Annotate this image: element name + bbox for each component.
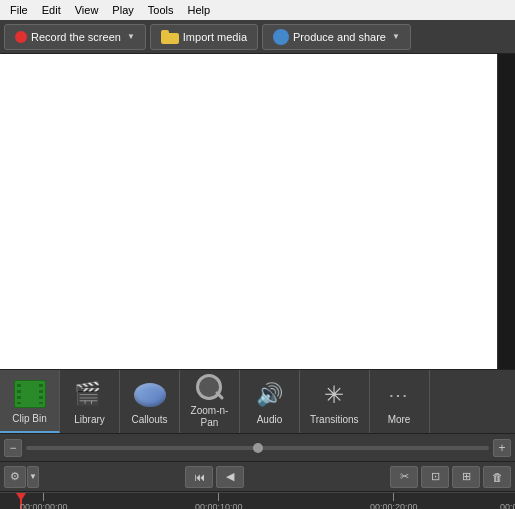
toolbar: Record the screen ▼ Import media Produce…	[0, 20, 515, 54]
more-tab-icon	[383, 379, 415, 411]
produce-button[interactable]: Produce and share ▼	[262, 24, 411, 50]
menu-view[interactable]: View	[69, 2, 105, 18]
canvas-area[interactable]	[0, 54, 497, 369]
more-icon	[384, 380, 414, 410]
tab-audio-label: Audio	[257, 414, 283, 425]
import-folder-icon	[161, 30, 179, 44]
clip-bin-tab-icon	[14, 378, 46, 410]
timeline-ruler[interactable]: 00:00:00;00 00:00:10;00 00:00:20;00 00:0…	[0, 492, 515, 509]
callouts-icon	[134, 383, 166, 407]
tab-clip-bin-label: Clip Bin	[12, 413, 46, 424]
copy-button[interactable]: ⊡	[421, 466, 449, 488]
zoom-in-button[interactable]: +	[493, 439, 511, 457]
ruler-marker-0: 00:00:00;00	[20, 493, 68, 509]
ruler-tick-icon	[43, 493, 44, 501]
ruler-label-1: 00:00:10;00	[195, 502, 243, 509]
audio-tab-icon	[254, 379, 286, 411]
produce-label: Produce and share	[293, 31, 386, 43]
right-panel	[497, 54, 515, 369]
tab-zoom-label: Zoom-n-Pan	[191, 405, 229, 429]
menu-file[interactable]: File	[4, 2, 34, 18]
tab-audio[interactable]: Audio	[240, 370, 300, 433]
tab-more[interactable]: More	[370, 370, 430, 433]
zoom-out-button[interactable]: −	[4, 439, 22, 457]
produce-dropdown-icon: ▼	[392, 32, 400, 41]
tab-bar: Clip Bin Library Callouts Zoom-n-Pan Aud…	[0, 369, 515, 434]
ruler-label-2: 00:00:20;00	[370, 502, 418, 509]
menu-tools[interactable]: Tools	[142, 2, 180, 18]
menu-bar: File Edit View Play Tools Help	[0, 0, 515, 20]
menu-help[interactable]: Help	[181, 2, 216, 18]
record-button[interactable]: Record the screen ▼	[4, 24, 146, 50]
delete-button[interactable]: 🗑	[483, 466, 511, 488]
zoom-icon	[196, 374, 224, 402]
clipbin-icon	[14, 380, 46, 408]
timeline-controls: − +	[0, 434, 515, 462]
produce-icon	[273, 29, 289, 45]
tab-callouts-label: Callouts	[131, 414, 167, 425]
record-label: Record the screen	[31, 31, 121, 43]
zoom-slider[interactable]	[26, 446, 489, 450]
tab-more-label: More	[388, 414, 411, 425]
menu-edit[interactable]: Edit	[36, 2, 67, 18]
zoom-tab-icon	[194, 374, 226, 402]
skip-back-button[interactable]: ⏮	[185, 466, 213, 488]
record-dot-icon	[15, 31, 27, 43]
callouts-tab-icon	[134, 379, 166, 411]
main-area	[0, 54, 515, 369]
library-tab-icon	[74, 379, 106, 411]
transitions-icon	[319, 380, 349, 410]
import-button[interactable]: Import media	[150, 24, 258, 50]
ruler-label-0: 00:00:00;00	[20, 502, 68, 509]
rewind-button[interactable]: ◀	[216, 466, 244, 488]
transitions-tab-icon	[318, 379, 350, 411]
settings-button[interactable]: ⚙	[4, 466, 26, 488]
ruler-marker-1: 00:00:10;00	[195, 493, 243, 509]
ruler-marker-3: 00:00:30;00	[500, 493, 515, 509]
tab-callouts[interactable]: Callouts	[120, 370, 180, 433]
audio-icon	[256, 381, 284, 409]
settings-dropdown-button[interactable]: ▼	[27, 466, 39, 488]
paste-button[interactable]: ⊞	[452, 466, 480, 488]
ruler-marker-2: 00:00:20;00	[370, 493, 418, 509]
action-bar: ⚙ ▼ ⏮ ◀ ✂ ⊡ ⊞ 🗑	[0, 462, 515, 492]
ruler-tick-icon	[218, 493, 219, 501]
import-label: Import media	[183, 31, 247, 43]
record-dropdown-icon: ▼	[127, 32, 135, 41]
library-icon	[74, 381, 106, 409]
tab-clip-bin[interactable]: Clip Bin	[0, 370, 60, 433]
cut-button[interactable]: ✂	[390, 466, 418, 488]
tab-transitions[interactable]: Transitions	[300, 370, 370, 433]
zoom-thumb[interactable]	[253, 443, 263, 453]
tab-zoom[interactable]: Zoom-n-Pan	[180, 370, 240, 433]
menu-play[interactable]: Play	[106, 2, 139, 18]
ruler-tick-icon	[393, 493, 394, 501]
tab-library-label: Library	[74, 414, 105, 425]
ruler-label-3: 00:00:30;00	[500, 502, 515, 509]
tab-library[interactable]: Library	[60, 370, 120, 433]
tab-transitions-label: Transitions	[310, 414, 359, 425]
settings-group: ⚙ ▼	[4, 466, 39, 488]
